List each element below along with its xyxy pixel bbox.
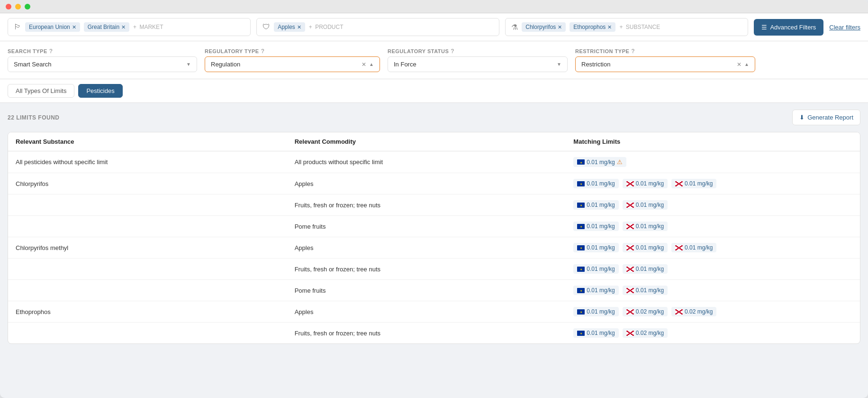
restriction-type-select[interactable]: Restriction ✕ ▲ (575, 56, 755, 72)
regulatory-status-help-icon[interactable]: ? (451, 48, 454, 55)
limits-cell: 0.01 mg/kg⚠ (573, 157, 852, 167)
limits-cell: 0.01 mg/kg 0.02 mg/kg 0.02 mg/kg (573, 307, 852, 316)
limit-value: 0.02 mg/kg (636, 330, 664, 336)
limit-badge[interactable]: 0.01 mg/kg (671, 243, 716, 252)
results-count: 22 LIMITS FOUND (8, 114, 60, 121)
limit-badge[interactable]: 0.01 mg/kg (573, 243, 618, 252)
commodity-cell: Pome fruits (295, 223, 574, 230)
limit-value: 0.01 mg/kg (587, 159, 615, 166)
limit-badge[interactable]: 0.01 mg/kg (573, 200, 618, 210)
commodity-cell: Fruits, fresh or frozen; tree nuts (295, 266, 574, 273)
regulatory-type-help-icon[interactable]: ? (261, 48, 265, 55)
tab-all-types[interactable]: All Types Of Limits (8, 84, 74, 98)
add-product-icon: + (309, 24, 312, 30)
add-market-filter[interactable]: + MARKET (133, 24, 164, 30)
tabs-row: All Types Of Limits Pesticides (0, 79, 868, 103)
limit-badge[interactable]: 0.01 mg/kg (573, 307, 618, 316)
limit-value: 0.01 mg/kg (685, 244, 713, 251)
limit-badge[interactable]: 0.01 mg/kg (573, 264, 618, 274)
regulatory-status-group: REGULATORY STATUS ? In Force ▼ (388, 48, 568, 72)
limit-badge[interactable]: 0.01 mg/kg (623, 222, 668, 231)
restriction-type-group: RESTRICTION TYPE ? Restriction ✕ ▲ (575, 48, 755, 72)
limit-badge[interactable]: 0.01 mg/kg (573, 286, 618, 295)
table-row: Pome fruits 0.01 mg/kg 0.01 mg/kg (8, 280, 860, 301)
eu-flag-icon (577, 331, 585, 336)
market-icon: 🏳 (14, 23, 21, 31)
market-tag-eu[interactable]: European Union ✕ (25, 22, 80, 32)
substance-tag-etho-close[interactable]: ✕ (607, 24, 612, 30)
search-type-value: Smart Search (14, 61, 183, 68)
eu-flag-icon (577, 159, 585, 165)
product-tag-apples[interactable]: Apples ✕ (274, 22, 305, 32)
regulatory-status-value: In Force (394, 61, 554, 68)
market-tag-gb-label: Great Britain (88, 24, 119, 30)
restriction-type-value: Restriction (581, 61, 734, 68)
results-table: Relevant Substance Relevant Commodity Ma… (8, 132, 860, 344)
search-type-help-icon[interactable]: ? (49, 48, 53, 55)
search-type-label: SEARCH TYPE ? (8, 48, 197, 55)
restriction-type-help-icon[interactable]: ? (631, 48, 635, 55)
regulatory-type-clear-icon[interactable]: ✕ (362, 61, 366, 68)
limit-badge[interactable]: 0.01 mg/kg (623, 264, 668, 274)
add-substance-filter[interactable]: + SUBSTANCE (619, 24, 661, 30)
warning-icon: ⚠ (617, 158, 623, 166)
substance-filter-group: ⚗ Chlorpyrifos ✕ Ethoprophos ✕ + SUBSTAN… (505, 18, 748, 36)
market-tag-gb[interactable]: Great Britain ✕ (84, 22, 129, 32)
product-tag-apples-close[interactable]: ✕ (297, 24, 301, 30)
limit-value: 0.01 mg/kg (636, 180, 664, 187)
add-product-label: PRODUCT (315, 24, 343, 30)
regulatory-type-select[interactable]: Regulation ✕ ▲ (205, 56, 380, 72)
market-tag-gb-close[interactable]: ✕ (121, 24, 126, 30)
limit-badge[interactable]: 0.01 mg/kg (573, 222, 618, 231)
add-product-filter[interactable]: + PRODUCT (309, 24, 345, 30)
regulatory-status-arrow-icon: ▼ (557, 62, 561, 67)
limit-badge[interactable]: 0.01 mg/kg (623, 286, 668, 295)
substance-tag-chlor[interactable]: Chlorpyrifos ✕ (522, 22, 566, 32)
limit-badge[interactable]: 0.02 mg/kg (623, 328, 668, 338)
expand-dot[interactable] (25, 4, 30, 9)
advanced-filters-button[interactable]: ☰ Advanced Filters (754, 19, 823, 36)
limit-badge[interactable]: 0.01 mg/kg (573, 179, 618, 188)
commodity-cell: All products without specific limit (295, 158, 574, 166)
market-tag-eu-close[interactable]: ✕ (72, 24, 76, 30)
regulatory-type-label: REGULATORY TYPE ? (205, 48, 380, 55)
col-header-limits: Matching Limits (573, 138, 852, 145)
limit-badge[interactable]: 0.01 mg/kg (671, 179, 716, 188)
regulatory-status-select[interactable]: In Force ▼ (388, 56, 568, 72)
limit-badge[interactable]: 0.01 mg/kg⚠ (573, 157, 626, 167)
market-tag-eu-label: European Union (29, 24, 70, 30)
substance-cell: Chlorpyrifos (16, 180, 295, 187)
substance-tag-chlor-close[interactable]: ✕ (558, 24, 562, 30)
eu-flag-icon (577, 181, 585, 186)
regulatory-type-value: Regulation (211, 61, 359, 68)
add-market-icon: + (133, 24, 136, 30)
restriction-type-clear-icon[interactable]: ✕ (737, 61, 741, 68)
limit-value: 0.01 mg/kg (587, 202, 615, 208)
search-type-select[interactable]: Smart Search ▼ (8, 56, 197, 72)
limits-cell: 0.01 mg/kg 0.02 mg/kg (573, 328, 852, 338)
tab-pesticides[interactable]: Pesticides (78, 84, 122, 98)
limit-badge[interactable]: 0.02 mg/kg (623, 307, 668, 316)
clear-filters-label: Clear filters (829, 24, 860, 31)
limit-badge[interactable]: 0.01 mg/kg (623, 200, 668, 210)
limit-badge[interactable]: 0.02 mg/kg (671, 307, 716, 316)
minimize-dot[interactable] (15, 4, 21, 9)
app-window: 🏳 European Union ✕ Great Britain ✕ + MAR… (0, 0, 868, 398)
regulatory-type-arrow-icon: ▲ (369, 62, 374, 67)
eu-flag-icon (577, 309, 585, 315)
close-dot[interactable] (6, 4, 11, 9)
limit-badge[interactable]: 0.01 mg/kg (623, 243, 668, 252)
gb-flag-icon (626, 224, 634, 229)
limit-badge[interactable]: 0.01 mg/kg (623, 179, 668, 188)
limit-value: 0.01 mg/kg (587, 244, 615, 251)
generate-report-button[interactable]: ⬇ Generate Report (792, 110, 860, 125)
advanced-filters-label: Advanced Filters (770, 24, 816, 31)
clear-filters-button[interactable]: Clear filters (829, 24, 860, 31)
restriction-type-arrow-icon: ▲ (744, 62, 749, 67)
substance-tag-etho[interactable]: Ethoprophos ✕ (570, 22, 615, 32)
limit-badge[interactable]: 0.01 mg/kg (573, 328, 618, 338)
download-icon: ⬇ (799, 114, 805, 121)
substance-tag-chlor-label: Chlorpyrifos (525, 24, 556, 30)
limit-value: 0.01 mg/kg (587, 180, 615, 187)
gb-flag-icon (626, 288, 634, 293)
